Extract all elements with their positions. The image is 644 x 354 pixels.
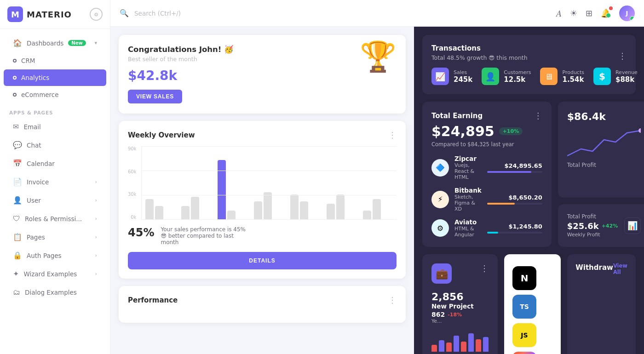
pages-icon: 📋 [13,233,22,241]
transactions-subtitle: Total 48.5% growth 😎 this month [431,54,528,61]
sidebar-item-label: Wizard Examples [23,270,77,278]
y-label: 90k [128,146,137,151]
new-project-value: 862 [431,311,445,318]
earning-item-bitbank: ⚡ Bitbank Sketch, Figma & XD $8,650.20 [431,187,542,212]
aviato-icon: ⚙️ [431,219,449,237]
sidebar-item-analytics[interactable]: Analytics [4,69,106,86]
bar [254,201,262,220]
apps-pages-label: APPS & PAGES [0,103,110,117]
products-icon: 🖥 [545,72,553,81]
sidebar-item-label: Pages [27,234,45,241]
avatar[interactable]: J [619,6,635,21]
sidebar-item-email[interactable]: ✉ Email [4,118,106,136]
new-project-icon: 💼 [431,263,452,284]
bar [181,206,190,220]
sidebar-toggle-icon[interactable]: ⊙ [90,8,103,21]
new-project-menu-dots[interactable]: ⋮ [480,263,489,273]
aviato-name: Aviato [454,218,482,226]
weekly-profit-label: Total Profit [567,213,618,220]
aviato-progress [487,232,542,234]
revenue-icon-box: $ [593,68,611,85]
stat-products: 🖥 Products 1.54k [540,68,584,85]
profit-mini-card: Total Profit $25.6k +42% Weekly Profit 📊 [558,204,644,247]
home-icon: 🏠 [13,39,22,47]
invoice-icon: 📄 [13,177,22,186]
sidebar-item-ecommerce[interactable]: eCommerce [4,86,106,103]
sidebar-item-auth[interactable]: 🔒 Auth Pages › [4,246,106,264]
sidebar-item-roles[interactable]: 🛡 Roles & Permissi... › [4,210,106,228]
new-project-bar-chart [431,329,489,352]
search-placeholder[interactable]: Search (Ctrl+/) [134,10,551,17]
stat-sales: 📈 Sales 245k [431,68,472,85]
earning-item-aviato: ⚙️ Aviato HTML & Angular $1,245.80 [431,218,542,238]
bar [363,211,371,220]
earning-list: 🔷 Zipcar Vuejs, React & HTML $24,895.65 [431,155,542,238]
weekly-menu-dots[interactable]: ⋮ [388,130,397,140]
logo-text: MATERIO [27,10,72,19]
zipcar-name: Zipcar [454,155,482,162]
sidebar-item-label: Auth Pages [27,252,62,259]
new-project-year: Ye... [431,318,489,324]
profit-chart-card: $86.4k Total Profit [558,102,644,198]
performance-card: Performance ⋮ [119,286,406,323]
total-earning-card: Total Earning ⋮ $24,895 +10% Compared to… [422,102,552,247]
withdraw-view-all[interactable]: View All [613,263,627,275]
circle-icon [13,76,17,80]
sidebar-item-label: Email [23,123,40,131]
customers-icon: 👤 [485,72,495,81]
profit-sparkline [567,126,641,158]
sidebar-item-dialog[interactable]: 🗂 Dialog Examples [4,283,106,301]
weekly-profit-change: +42% [602,223,618,229]
sidebar-item-pages[interactable]: 📋 Pages › [4,228,106,246]
notification-icon[interactable]: 🔔 [601,8,611,18]
weekly-title: Weekly Overview [128,131,195,139]
performance-menu-dots[interactable]: ⋮ [388,295,397,305]
user-icon: 👤 [13,196,22,205]
withdraw-title: Withdraw [575,263,613,272]
left-panel: Congratulations John! 🥳 Best seller of t… [110,27,414,354]
right-panel: Transactions Total 48.5% growth 😎 this m… [414,27,644,354]
congrats-subtitle: Best seller of the month [128,56,397,63]
bars-area [141,146,397,220]
sidebar-item-invoice[interactable]: 📄 Invoice › [4,173,106,191]
sidebar-item-user[interactable]: 👤 User › [4,191,106,209]
calendar-icon: 📅 [13,159,22,168]
grid-icon[interactable]: ⊞ [586,8,592,18]
weekly-profit-value: $25.6k [567,221,599,231]
sales-icon: 📈 [435,72,445,81]
translate-icon[interactable]: 𝐴 [556,8,562,19]
sidebar-item-label: User [27,197,41,204]
weekly-profit-sub: Weekly Profit [567,232,618,238]
figma-logo: ✦ [512,352,536,354]
new-project-change: -18% [448,312,462,318]
main-area: 🔍 Search (Ctrl+/) 𝐴 ☀ ⊞ 🔔 J Congratulati… [110,0,644,354]
sidebar-item-calendar[interactable]: 📅 Calendar [4,154,106,172]
sales-label: Sales [454,69,472,75]
sidebar-item-crm[interactable]: CRM [4,52,106,69]
bar [327,204,335,220]
bar-chart: 90k 60k 30k 0k [128,146,397,220]
earning-menu-dots[interactable]: ⋮ [534,111,542,120]
details-button[interactable]: DETAILS [128,252,397,269]
chevron-icon: › [95,271,97,277]
bar [155,206,163,220]
bar [336,194,345,220]
sidebar-item-wizard[interactable]: ✦ Wizard Examples › [4,265,106,283]
sidebar-item-dashboards[interactable]: 🏠 Dashboards New ▾ [4,34,106,52]
bar [290,194,299,220]
sidebar-item-label: Calendar [27,160,55,167]
chevron-icon: › [95,179,97,185]
bar-group [218,160,251,220]
theme-icon[interactable]: ☀ [570,8,577,18]
view-sales-button[interactable]: VIEW SALES [128,90,182,103]
sidebar-item-chat[interactable]: 💬 Chat [4,136,106,154]
bar-group [363,199,397,220]
circle-icon [13,59,17,63]
bitbank-amount: $8,650.20 [487,194,542,201]
dialog-icon: 🗂 [13,288,20,297]
bar-highlight [218,160,226,220]
bitbank-name: Bitbank [454,187,482,194]
transactions-menu-dots[interactable]: ⋮ [618,51,627,61]
sidebar-item-label: Dialog Examples [25,289,77,296]
performance-title: Performance [128,296,178,304]
